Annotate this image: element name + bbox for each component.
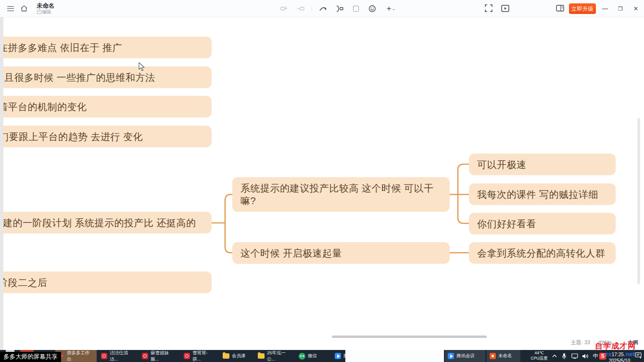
tray-microphone-icon[interactable]	[559, 350, 569, 362]
mindmap-node[interactable]: 着平台的机制的变化	[3, 96, 212, 117]
window-minimize-button[interactable]: —	[598, 0, 612, 17]
watermark-blue-prefix: zx	[605, 350, 612, 358]
mic-glyph	[562, 353, 567, 360]
editor-toolbar: +⌄	[278, 0, 400, 17]
toolbar-divider	[312, 5, 312, 12]
zoom-level[interactable]: 225%	[598, 340, 612, 346]
mindmap-canvas[interactable]: 在拼多多难点 依旧在于 推广 且很多时候 一些推广的思维和方法 着平台的机制的变…	[3, 17, 644, 350]
taskbar-app-label: 微信	[308, 353, 317, 359]
home-icon[interactable]	[17, 2, 31, 15]
mindmap-node[interactable]: 阶段二之后	[3, 272, 212, 293]
clock-time: 17:25	[612, 352, 624, 357]
watermark-blue-suffix: .net	[624, 350, 635, 358]
mindmap-node[interactable]: 会拿到系统分配的高转化人群	[469, 242, 616, 264]
tray-network-icon[interactable]	[570, 350, 580, 362]
taskbar-app-chat-1[interactable]: 洁洁仕清洁...	[98, 350, 138, 362]
taskbar-app-xmind-untitled[interactable]: 未命名	[487, 350, 520, 362]
xmind-icon	[490, 353, 496, 359]
pdd-merchant-icon	[142, 353, 148, 359]
pdd-merchant-icon	[101, 353, 107, 359]
pdd-merchant-icon	[184, 353, 190, 359]
taskbar-white-overlay	[345, 350, 444, 362]
taskbar-folder-member-course[interactable]: 会员课	[220, 350, 253, 362]
mindmap-node[interactable]: 我每次的课件 写的贼拉详细	[469, 183, 616, 205]
boundary-glyph	[353, 6, 359, 12]
taskbar-app-chat-2[interactable]: 燊雪姐妹服...	[139, 350, 179, 362]
window-close-button[interactable]: ✕	[629, 0, 643, 17]
mindmap-node[interactable]: 在拼多多难点 依旧在于 推广	[3, 37, 212, 58]
clock-date: 2025/5/10	[605, 358, 634, 362]
taskbar-app-wechat[interactable]: 微信	[296, 350, 326, 362]
taskbar-app-label: 未命名	[498, 353, 512, 359]
taskbar: 多多大师的屏幕共享 ♥ 拼多多工作台 洁洁仕清洁... 燊雪姐妹服... 雪茸茸…	[0, 350, 644, 362]
cpu-temperature[interactable]: 44℃ CPU温度	[527, 350, 551, 361]
tray-notification-icon[interactable]	[635, 352, 642, 361]
connector-n6-n10	[458, 194, 469, 223]
taskbar-app-label: 25年泓一公...	[267, 350, 291, 362]
insert-subtopic-glyph	[297, 5, 305, 13]
clock-time-line: zx17:25.net	[605, 350, 634, 358]
connector-n5-n7	[225, 223, 232, 253]
relationship-icon[interactable]	[317, 2, 329, 15]
mindmap-node[interactable]: 系统提示的建议投产比较高 这个时候 可以干 嘛?	[232, 177, 450, 212]
connector-n6-n8	[458, 164, 469, 194]
taskbar-app-label: 燊雪姐妹服...	[151, 350, 177, 362]
mindmap-node[interactable]: 可以开极速	[469, 154, 616, 175]
cpu-temp-label: CPU温度	[527, 356, 551, 361]
summary-glyph	[335, 5, 344, 12]
mouse-cursor	[139, 62, 145, 72]
taskbar-app-label: 洁洁仕清洁...	[110, 350, 135, 362]
mindmap-node[interactable]: 且很多时候 一些推广的思维和方法	[3, 66, 212, 88]
chevron-down-icon: ⌄	[392, 6, 396, 11]
upgrade-button[interactable]: 立即升级	[569, 3, 596, 14]
mindmap-node[interactable]: 建的一阶段计划 系统提示的投产比 还挺高的	[3, 212, 212, 233]
cpu-temp-value: 44℃	[527, 350, 551, 356]
taskbar-app-label: 拼多多工作台	[67, 350, 94, 362]
mindmap-node[interactable]: 们要跟上平台的趋势 去进行 变化	[3, 126, 212, 147]
insert-subtopic-icon[interactable]	[294, 2, 307, 15]
summary-icon[interactable]	[333, 2, 346, 15]
taskbar-app-meeting-partial[interactable]: 腾	[332, 350, 346, 362]
tencent-meeting-icon	[335, 353, 341, 359]
outline-button[interactable]: 大纲	[628, 339, 638, 346]
panel-glyph	[556, 5, 564, 12]
sticker-icon[interactable]	[366, 2, 379, 15]
zoom-chevron-icon[interactable]: ⌄	[616, 340, 619, 345]
taskbar-app-chat-3[interactable]: 雪茸茸-拼...	[181, 350, 218, 362]
taskbar-app-label: 会员课	[232, 353, 246, 359]
tray-volume-icon[interactable]	[581, 350, 590, 362]
window-maximize-button[interactable]: ❐	[613, 0, 628, 17]
relationship-glyph	[319, 5, 328, 12]
fullscreen-glyph	[485, 4, 492, 12]
mindmap-node[interactable]: 你们好好看看	[469, 213, 616, 234]
panel-toggle-icon[interactable]	[554, 2, 566, 14]
taskbar-app-pdd-workbench[interactable]: ♥ 拼多多工作台	[55, 350, 97, 362]
taskbar-app-label: 腾讯会议	[456, 353, 475, 359]
taskbar-app-tencent-meeting[interactable]: 腾讯会议	[445, 350, 485, 362]
folder-icon	[258, 353, 265, 359]
canvas-left-edge	[0, 17, 3, 350]
horizontal-scrollbar[interactable]	[332, 336, 487, 338]
home-glyph	[20, 5, 28, 13]
mindmap-node[interactable]: 这个时候 开启极速起量	[232, 242, 450, 264]
boundary-icon[interactable]	[350, 2, 362, 15]
menu-hamburger-icon[interactable]	[4, 2, 17, 15]
document-title-block: 未命名 已编辑	[37, 2, 55, 15]
tray-chevron-up-icon[interactable]	[550, 350, 559, 362]
document-title: 未命名	[37, 2, 55, 9]
plus-icon: +	[387, 4, 391, 13]
insert-topic-icon[interactable]	[278, 2, 290, 15]
presentation-play-icon[interactable]	[499, 2, 511, 14]
display-glyph	[571, 353, 578, 359]
topic-count: 主题: 33	[571, 339, 590, 346]
taskbar-app-label: 雪茸茸-拼...	[192, 350, 215, 362]
tray-clock[interactable]: zx17:25.net 2025/5/10	[605, 350, 634, 362]
fullscreen-icon[interactable]	[482, 2, 495, 14]
speaker-glyph	[582, 353, 589, 359]
vertical-scrollbar[interactable]	[637, 118, 640, 284]
hamburger-bars	[7, 6, 14, 11]
insert-more-button[interactable]: +⌄	[382, 2, 400, 15]
titlebar: 未命名 已编辑 +⌄	[0, 0, 644, 17]
taskbar-folder-25[interactable]: 25年泓一公...	[255, 350, 294, 362]
canvas-statusbar: 主题: 33 225% ⌄ 大纲	[571, 339, 638, 346]
